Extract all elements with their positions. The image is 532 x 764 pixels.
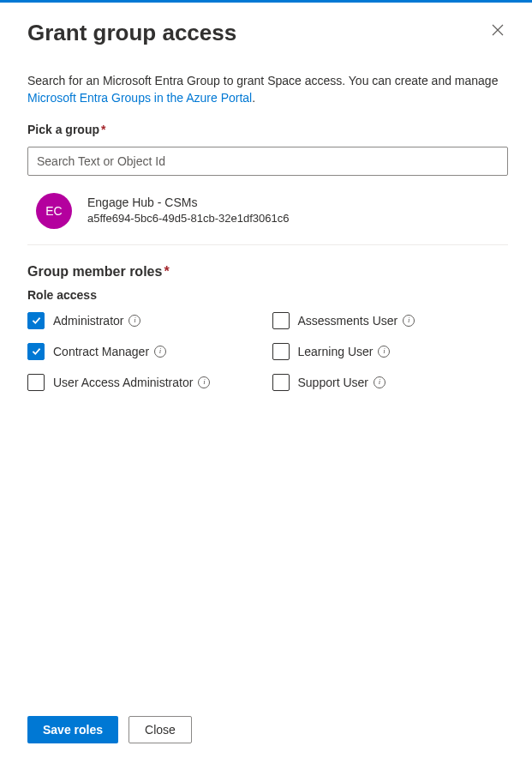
required-asterisk: * [101, 123, 105, 136]
role-checkbox-support-user[interactable] [272, 374, 290, 391]
role-item-support-user: Support Useri [272, 374, 509, 391]
role-item-learning-user: Learning Useri [272, 343, 509, 360]
entra-portal-link[interactable]: Microsoft Entra Groups in the Azure Port… [27, 91, 252, 105]
role-label: Assessments Useri [298, 314, 415, 328]
group-object-id: a5ffe694-5bc6-49d5-81cb-32e1df3061c6 [87, 211, 289, 226]
group-info: Engage Hub - CSMs a5ffe694-5bc6-49d5-81c… [87, 195, 289, 227]
roles-grid: AdministratoriAssessments UseriContract … [27, 312, 508, 391]
role-label: Support Useri [298, 376, 386, 389]
close-button[interactable]: Close [129, 716, 192, 743]
close-icon [491, 23, 505, 37]
intro-before: Search for an Microsoft Entra Group to g… [27, 74, 498, 87]
role-label: Contract Manageri [53, 345, 166, 358]
role-checkbox-learning-user[interactable] [272, 343, 290, 360]
required-asterisk: * [164, 264, 169, 279]
role-checkbox-user-access-administrator[interactable] [27, 374, 45, 391]
close-icon-button[interactable] [487, 20, 508, 43]
pick-group-label: Pick a group* [27, 123, 508, 136]
info-icon[interactable]: i [403, 315, 415, 327]
info-icon[interactable]: i [374, 376, 386, 388]
panel-title: Grant group access [27, 20, 236, 46]
checkmark-icon [31, 346, 42, 357]
role-label: Learning Useri [298, 345, 391, 358]
role-checkbox-assessments-user[interactable] [272, 312, 290, 329]
intro-text: Search for an Microsoft Entra Group to g… [27, 72, 508, 107]
role-label: User Access Administratori [53, 376, 210, 389]
info-icon[interactable]: i [129, 315, 140, 327]
role-checkbox-contract-manager[interactable] [27, 343, 45, 360]
info-icon[interactable]: i [198, 376, 210, 388]
panel-header: Grant group access [27, 20, 508, 46]
grant-group-access-panel: Grant group access Search for an Microso… [0, 3, 532, 764]
panel-footer: Save roles Close [27, 716, 508, 743]
group-search-input[interactable] [27, 147, 508, 176]
group-avatar: EC [36, 193, 72, 229]
save-roles-button[interactable]: Save roles [27, 716, 118, 743]
checkmark-icon [31, 315, 42, 326]
role-item-contract-manager: Contract Manageri [27, 343, 264, 360]
role-item-assessments-user: Assessments Useri [272, 312, 509, 329]
selected-group-row[interactable]: EC Engage Hub - CSMs a5ffe694-5bc6-49d5-… [27, 188, 508, 245]
roles-header: Group member roles* [27, 264, 508, 280]
role-item-user-access-administrator: User Access Administratori [27, 374, 264, 391]
intro-after: . [252, 91, 255, 105]
role-checkbox-administrator[interactable] [27, 312, 45, 329]
info-icon[interactable]: i [378, 346, 390, 358]
roles-subheader: Role access [27, 288, 508, 302]
role-item-administrator: Administratori [27, 312, 264, 329]
role-label: Administratori [53, 314, 140, 328]
info-icon[interactable]: i [154, 346, 166, 358]
group-name: Engage Hub - CSMs [87, 195, 289, 212]
